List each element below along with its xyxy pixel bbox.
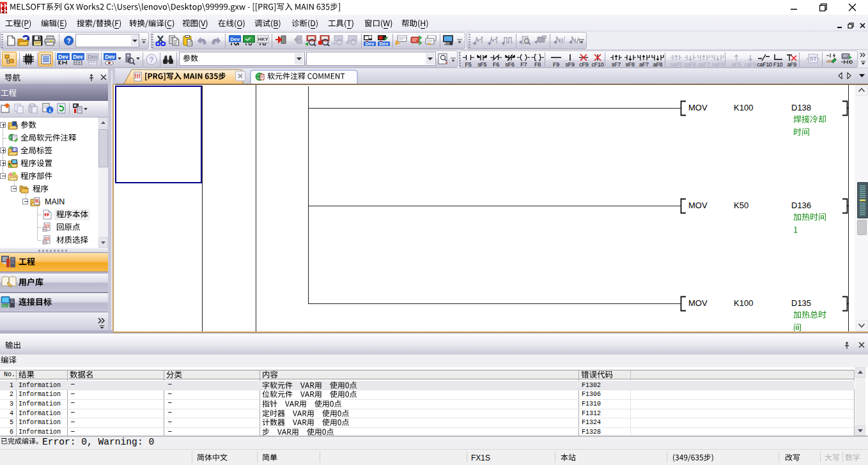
svg-text:Dev: Dev xyxy=(366,41,375,46)
svg-text:?: ? xyxy=(66,38,70,45)
svg-text:Dev: Dev xyxy=(88,54,98,60)
svg-text:ST: ST xyxy=(809,56,817,62)
svg-text:Dev: Dev xyxy=(105,54,115,60)
svg-text:Dev: Dev xyxy=(230,36,240,42)
svg-text:?: ? xyxy=(149,56,153,65)
svg-text:HKY: HKY xyxy=(258,36,268,42)
svg-text:Dev: Dev xyxy=(380,41,389,46)
svg-text:Dev: Dev xyxy=(58,54,68,60)
svg-text:Dev: Dev xyxy=(73,54,83,60)
